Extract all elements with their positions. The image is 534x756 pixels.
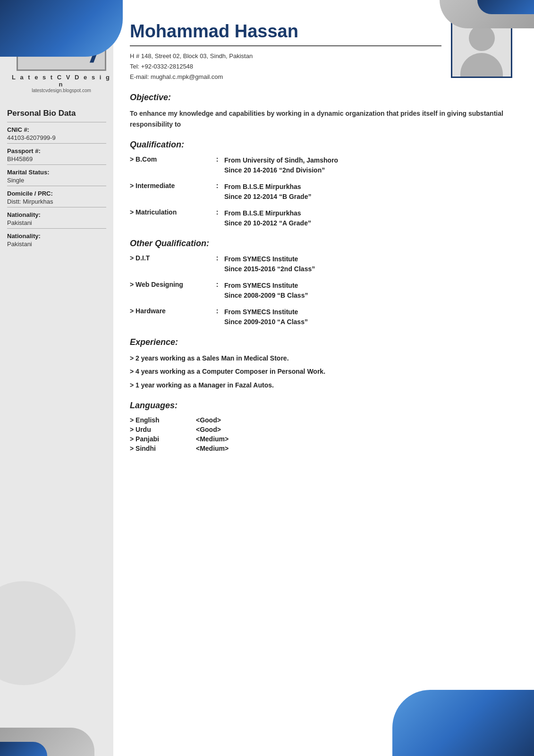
bio-label-cnic: CNIC #: [7, 126, 106, 133]
qual-colon-webdesign: : [210, 281, 224, 288]
bio-label-marital: Marital Status: [7, 169, 106, 176]
bio-value-passport: BH45869 [7, 155, 106, 163]
top-left-decoration [0, 0, 123, 57]
lang-name-sindhi: > Sindhi [130, 445, 196, 452]
objective-title: Objective: [130, 93, 512, 103]
qual-row-dit: > D.I.T : From SYMECS InstituteSince 201… [130, 254, 512, 274]
lang-row-english: > English <Good> [130, 416, 512, 424]
qual-row-matriculation: > Matriculation : From B.I.S.E Mirpurkha… [130, 208, 512, 228]
bio-label-passport: Passport #: [7, 147, 106, 155]
qual-colon-dit: : [210, 254, 224, 262]
qual-detail-matriculation: From B.I.S.E MirpurkhasSince 20 10-2012 … [224, 208, 311, 228]
qual-detail-webdesign: From SYMECS InstituteSince 2008-2009 “B … [224, 281, 308, 301]
bio-divider-1 [7, 143, 106, 144]
qual-detail-dit: From SYMECS InstituteSince 2015-2016 “2n… [224, 254, 315, 274]
lang-name-panjabi: > Panjabi [130, 435, 196, 443]
lang-level-sindhi: <Medium> [196, 445, 229, 452]
bio-divider-4 [7, 207, 106, 207]
qual-degree-hardware: > Hardware [130, 307, 210, 315]
languages-section: Languages: > English <Good> > Urdu <Good… [130, 401, 512, 452]
bio-label-nationality2: Nationality: [7, 232, 106, 240]
qual-row-hardware: > Hardware : From SYMECS InstituteSince … [130, 307, 512, 327]
bio-value-domicile: Distt: Mirpurkhas [7, 198, 106, 205]
main-content: Mohammad Hassan H # 148, Street 02, Bloc… [120, 0, 531, 756]
sidebar-circle-decoration [0, 581, 76, 685]
exp-item-0: > 2 years working as a Sales Man in Medi… [130, 353, 512, 363]
qual-degree-intermediate: > Intermediate [130, 182, 210, 189]
qual-degree-dit: > D.I.T [130, 254, 210, 262]
lang-row-panjabi: > Panjabi <Medium> [130, 435, 512, 443]
qual-degree-bcom: > B.Com [130, 155, 210, 163]
bottom-left-blue-decoration [0, 742, 47, 756]
bio-divider-5 [7, 228, 106, 229]
blog-url: latestcvdesign.blogspot.com [9, 88, 113, 93]
bio-value-cnic: 44103-6207999-9 [7, 134, 106, 141]
other-qual-title: Other Qualification: [130, 239, 512, 249]
qual-degree-matriculation: > Matriculation [130, 208, 210, 216]
lang-name-urdu: > Urdu [130, 426, 196, 433]
bio-value-nationality2: Pakistani [7, 241, 106, 248]
qual-row-webdesign: > Web Designing : From SYMECS InstituteS… [130, 281, 512, 301]
objective-section: Objective: To enhance my knowledge and c… [130, 93, 512, 129]
bio-divider-2 [7, 164, 106, 165]
qual-colon-intermediate: : [210, 182, 224, 189]
qual-row-bcom: > B.Com : From University of Sindh, Jams… [130, 155, 512, 175]
experience-title: Experience: [130, 337, 512, 347]
exp-item-2: > 1 year working as a Manager in Fazal A… [130, 380, 512, 390]
qual-detail-bcom: From University of Sindh, JamshoroSince … [224, 155, 338, 175]
bio-label-nationality1: Nationality: [7, 211, 106, 218]
name-underline [130, 45, 441, 46]
qual-degree-webdesign: > Web Designing [130, 281, 210, 288]
bottom-right-decoration [392, 690, 534, 756]
qualification-title: Qualification: [130, 140, 512, 150]
photo-body [460, 53, 503, 77]
latest-cv-label: L a t e s t C V D e s i g n [9, 74, 113, 88]
lang-row-urdu: > Urdu <Good> [130, 426, 512, 433]
sidebar: DESIGN Professional CV / L a t e s t C V… [0, 0, 113, 756]
lang-name-english: > English [130, 416, 196, 424]
lang-row-sindhi: > Sindhi <Medium> [130, 445, 512, 452]
qual-colon-bcom: : [210, 155, 224, 163]
qual-colon-matriculation: : [210, 208, 224, 216]
lang-level-english: <Good> [196, 416, 221, 424]
qual-row-intermediate: > Intermediate : From B.I.S.E Mirpurkhas… [130, 182, 512, 202]
qual-detail-intermediate: From B.I.S.E MirpurkhasSince 20 12-2014 … [224, 182, 311, 202]
bio-label-domicile: Domicile / PRC: [7, 190, 106, 197]
full-name: Mohammad Hassan [130, 21, 441, 42]
bio-divider-3 [7, 186, 106, 186]
objective-text: To enhance my knowledge and capabilities… [130, 108, 512, 129]
photo-head [469, 25, 495, 51]
bio-value-marital: Single [7, 177, 106, 184]
languages-title: Languages: [130, 401, 512, 411]
lang-level-urdu: <Good> [196, 426, 221, 433]
bio-value-nationality1: Pakistani [7, 219, 106, 226]
qual-colon-hardware: : [210, 307, 224, 315]
experience-section: Experience: > 2 years working as a Sales… [130, 337, 512, 390]
other-qualification-section: Other Qualification: > D.I.T : From SYME… [130, 239, 512, 327]
bio-divider-0 [7, 122, 106, 122]
qualification-section: Qualification: > B.Com : From University… [130, 140, 512, 228]
logo-below: L a t e s t C V D e s i g n latestcvdesi… [9, 74, 113, 93]
qual-detail-hardware: From SYMECS InstituteSince 2009-2010 “A … [224, 307, 308, 327]
exp-item-1: > 4 years working as a Computer Composer… [130, 366, 512, 377]
bio-title: Personal Bio Data [7, 109, 106, 118]
lang-level-panjabi: <Medium> [196, 435, 229, 443]
personal-bio-section: Personal Bio Data CNIC #: 44103-6207999-… [7, 109, 106, 249]
top-right-blue-decoration [477, 0, 534, 14]
